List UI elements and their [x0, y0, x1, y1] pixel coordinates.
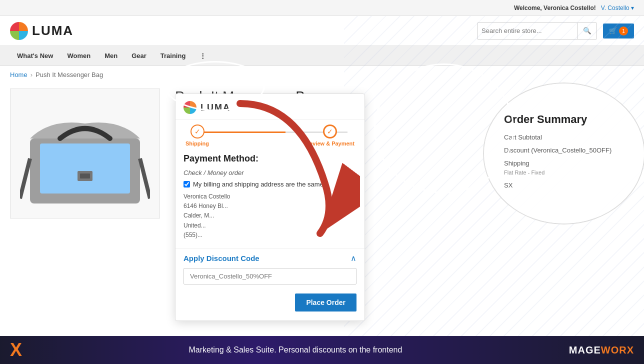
step-shipping-label: Shipping: [186, 140, 209, 146]
discount-row: Discount (Veronica_Costello_50OFF): [504, 146, 612, 155]
check-money-label: Check / Money order: [184, 169, 356, 176]
order-summary-title: Order Summary: [504, 113, 587, 126]
bottom-banner: X Marketing & Sales Suite. Personal disc…: [0, 336, 644, 364]
discount-header[interactable]: Apply Discount Code ∧: [184, 254, 356, 263]
breadcrumb: Home › Push It Messenger Bag: [0, 66, 644, 84]
shipping-row: Shipping Flat Rate - Fixed: [504, 159, 544, 177]
step-payment: ✓ Review & Payment: [306, 124, 354, 146]
cart-subtotal-row: Cart Subtotal: [504, 133, 542, 142]
checkout-overlay: LUMA ✓ Shipping ✓ Review & Payment: [175, 94, 365, 321]
step-payment-label: Review & Payment: [306, 140, 354, 146]
sx-row: SX: [504, 181, 512, 190]
search-icon: 🔍: [583, 27, 592, 34]
billing-address: Veronica Costello 6146 Honey Bl... Calde…: [184, 192, 356, 240]
svg-rect-5: [80, 174, 90, 178]
cart-button[interactable]: 🛒 1: [603, 24, 634, 38]
step-shipping-circle: ✓: [190, 124, 204, 138]
checkout-logo-icon: [184, 101, 196, 114]
place-order-area: Place Order: [176, 290, 364, 316]
checkout-header: LUMA: [176, 94, 364, 120]
header-right: 🔍 🛒 1: [477, 22, 634, 40]
billing-same-row: My billing and shipping address are the …: [184, 180, 356, 188]
nav-men[interactable]: Men: [98, 46, 124, 66]
cart-icon: 🛒: [609, 27, 617, 34]
billing-same-checkbox[interactable]: [184, 181, 190, 188]
site-header: LUMA 🔍 🛒 1: [0, 16, 644, 46]
checkout-body: Payment Method: Check / Money order My b…: [176, 148, 364, 248]
bag-svg: [20, 98, 150, 208]
billing-same-label: My billing and shipping address are the …: [193, 180, 324, 188]
step-payment-circle: ✓: [323, 124, 337, 138]
welcome-text: Welcome, Veronica Costello!: [514, 4, 596, 12]
logo-text: LUMA: [32, 23, 74, 38]
progress-area: ✓ Shipping ✓ Review & Payment: [176, 120, 364, 148]
breadcrumb-current: Push It Messenger Bag: [36, 71, 103, 78]
main-content: Home › Push It Messenger Bag: [0, 66, 644, 224]
banner-text: Marketing & Sales Suite. Personal discou…: [188, 346, 402, 354]
discount-code-input[interactable]: [184, 268, 356, 284]
svg-line-3: [140, 158, 150, 198]
search-input[interactable]: [478, 25, 578, 36]
svg-line-2: [20, 158, 30, 198]
checkout-logo-text: LUMA: [200, 102, 230, 113]
account-link[interactable]: V. Costello ▾: [601, 4, 634, 12]
search-button[interactable]: 🔍: [578, 22, 596, 40]
order-summary-panel: Order Summary Cart Subtotal Discount (Ve…: [484, 84, 644, 224]
breadcrumb-home[interactable]: Home: [10, 71, 28, 78]
nav-women[interactable]: Women: [60, 46, 98, 66]
nav-training[interactable]: Training: [154, 46, 193, 66]
place-order-button[interactable]: Place Order: [295, 294, 356, 312]
nav-gear[interactable]: Gear: [124, 46, 154, 66]
payment-method-title: Payment Method:: [184, 154, 356, 164]
banner-brand-accent: WORX: [601, 344, 634, 356]
chevron-up-icon: ∧: [350, 254, 356, 263]
svg-rect-1: [40, 144, 130, 194]
step-shipping: ✓ Shipping: [186, 124, 209, 146]
product-section: Push It Messenger Bag ★★★☆☆ 3 Reviews Ad…: [0, 84, 644, 224]
discount-title: Apply Discount Code: [184, 254, 260, 262]
nav-more[interactable]: ⋮: [192, 46, 213, 66]
top-bar: Welcome, Veronica Costello! V. Costello …: [0, 0, 644, 16]
discount-section: Apply Discount Code ∧: [176, 248, 364, 290]
product-image: [10, 88, 160, 218]
nav-whats-new[interactable]: What's New: [10, 46, 60, 66]
banner-left: X: [10, 340, 22, 360]
breadcrumb-separator: ›: [30, 71, 32, 78]
banner-brand: MAGEWORX: [569, 344, 634, 356]
search-box: 🔍: [477, 22, 597, 40]
main-nav: What's New Women Men Gear Training ⋮: [0, 46, 644, 66]
cart-count: 1: [619, 26, 628, 36]
banner-x-icon: X: [10, 340, 22, 360]
logo: LUMA: [10, 22, 74, 40]
logo-icon: [10, 22, 28, 40]
